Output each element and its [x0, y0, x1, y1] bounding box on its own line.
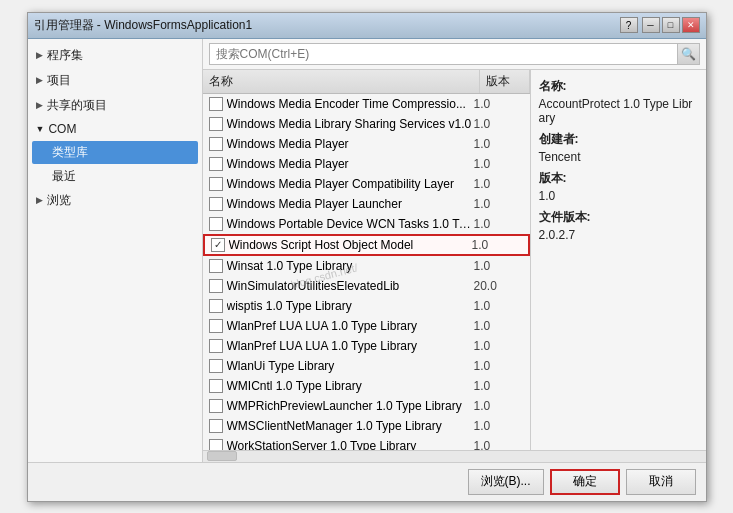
- row-checkbox[interactable]: [209, 259, 223, 273]
- row-name: WMPRichPreviewLauncher 1.0 Type Library: [227, 399, 474, 413]
- row-name: WMICntl 1.0 Type Library: [227, 379, 474, 393]
- list-area: 名称 版本 Windows Media Encoder Time Compres…: [203, 70, 706, 450]
- row-version: 20.0: [474, 279, 524, 293]
- main-panel: 🔍 名称 版本 Windows Media Encoder Time Compr…: [203, 39, 706, 462]
- row-checkbox[interactable]: [209, 299, 223, 313]
- header-version: 版本: [480, 70, 530, 93]
- row-name: WinSimulatorUtilitiesElevatedLib: [227, 279, 474, 293]
- table-row[interactable]: WlanPref LUA LUA 1.0 Type Library1.0: [203, 336, 530, 356]
- titlebar: 引用管理器 - WindowsFormsApplication1 ? ─ □ ✕: [28, 13, 706, 39]
- sidebar-item-browse[interactable]: ▶ 浏览: [28, 188, 202, 213]
- row-version: 1.0: [474, 157, 524, 171]
- table-row[interactable]: WlanPref LUA LUA 1.0 Type Library1.0: [203, 316, 530, 336]
- sidebar-label-shared: 共享的项目: [47, 97, 107, 114]
- minimize-button[interactable]: ─: [642, 17, 660, 33]
- sidebar-item-assemblies[interactable]: ▶ 程序集: [28, 43, 202, 68]
- row-checkbox[interactable]: [209, 177, 223, 191]
- table-row[interactable]: WorkStationServer 1.0 Type Library1.0: [203, 436, 530, 450]
- row-checkbox[interactable]: ✓: [211, 238, 225, 252]
- sidebar-label-browse: 浏览: [47, 192, 71, 209]
- row-name: WlanPref LUA LUA 1.0 Type Library: [227, 339, 474, 353]
- row-name: Windows Media Encoder Time Compressio...: [227, 97, 474, 111]
- row-version: 1.0: [474, 339, 524, 353]
- sidebar-label-com: COM: [48, 122, 76, 136]
- table-row[interactable]: wisptis 1.0 Type Library1.0: [203, 296, 530, 316]
- projects-arrow: ▶: [36, 75, 43, 85]
- row-checkbox[interactable]: [209, 217, 223, 231]
- row-checkbox[interactable]: [209, 359, 223, 373]
- search-input[interactable]: [209, 43, 678, 65]
- sidebar-item-shared[interactable]: ▶ 共享的项目: [28, 93, 202, 118]
- row-checkbox[interactable]: [209, 117, 223, 131]
- sidebar-item-typelib[interactable]: 类型库: [32, 141, 198, 164]
- info-panel: 名称: AccountProtect 1.0 Type Library 创建者:…: [531, 70, 706, 450]
- row-checkbox[interactable]: [209, 279, 223, 293]
- table-row[interactable]: WMSClientNetManager 1.0 Type Library1.0: [203, 416, 530, 436]
- row-name: Windows Media Player: [227, 137, 474, 151]
- cancel-button[interactable]: 取消: [626, 469, 696, 495]
- row-checkbox[interactable]: [209, 379, 223, 393]
- row-name: WorkStationServer 1.0 Type Library: [227, 439, 474, 450]
- info-version-label: 版本:: [539, 170, 698, 187]
- row-checkbox[interactable]: [209, 419, 223, 433]
- list-header: 名称 版本: [203, 70, 530, 94]
- row-name: Windows Media Player Compatibility Layer: [227, 177, 474, 191]
- row-checkbox[interactable]: [209, 137, 223, 151]
- table-row[interactable]: Windows Portable Device WCN Tasks 1.0 Ty…: [203, 214, 530, 234]
- list-rows: Windows Media Encoder Time Compressio...…: [203, 94, 530, 450]
- row-name: Windows Media Library Sharing Services v…: [227, 117, 474, 131]
- table-row[interactable]: Windows Media Player1.0: [203, 154, 530, 174]
- table-row[interactable]: Windows Media Player Launcher1.0: [203, 194, 530, 214]
- row-version: 1.0: [474, 379, 524, 393]
- horizontal-scrollbar[interactable]: [203, 450, 706, 462]
- search-bar: 🔍: [203, 39, 706, 70]
- table-row[interactable]: Winsat 1.0 Type Library1.0: [203, 256, 530, 276]
- scrollbar-thumb: [207, 451, 237, 461]
- file-list: 名称 版本 Windows Media Encoder Time Compres…: [203, 70, 531, 450]
- row-checkbox[interactable]: [209, 439, 223, 450]
- table-row[interactable]: WlanUi Type Library1.0: [203, 356, 530, 376]
- info-creator-value: Tencent: [539, 150, 698, 164]
- row-version: 1.0: [474, 217, 524, 231]
- browse-button[interactable]: 浏览(B)...: [468, 469, 544, 495]
- row-version: 1.0: [474, 319, 524, 333]
- sidebar-item-recent[interactable]: 最近: [28, 165, 202, 188]
- sidebar-item-com[interactable]: ▼ COM: [28, 118, 202, 140]
- row-version: 1.0: [474, 137, 524, 151]
- row-checkbox[interactable]: [209, 399, 223, 413]
- main-window: 引用管理器 - WindowsFormsApplication1 ? ─ □ ✕…: [27, 12, 707, 502]
- row-version: 1.0: [474, 177, 524, 191]
- sidebar: ▶ 程序集 ▶ 项目 ▶ 共享的项目 ▼ COM 类型库 最近 ▶: [28, 39, 203, 462]
- row-checkbox[interactable]: [209, 97, 223, 111]
- table-row[interactable]: Windows Media Player Compatibility Layer…: [203, 174, 530, 194]
- row-name: Winsat 1.0 Type Library: [227, 259, 474, 273]
- row-checkbox[interactable]: [209, 157, 223, 171]
- row-checkbox[interactable]: [209, 197, 223, 211]
- table-row[interactable]: WMICntl 1.0 Type Library1.0: [203, 376, 530, 396]
- table-row[interactable]: Windows Media Player1.0: [203, 134, 530, 154]
- info-name-label: 名称:: [539, 78, 698, 95]
- row-name: WlanUi Type Library: [227, 359, 474, 373]
- table-row[interactable]: WMPRichPreviewLauncher 1.0 Type Library1…: [203, 396, 530, 416]
- maximize-button[interactable]: □: [662, 17, 680, 33]
- row-version: 1.0: [474, 97, 524, 111]
- info-file-version-label: 文件版本:: [539, 209, 698, 226]
- search-button[interactable]: 🔍: [678, 43, 700, 65]
- row-version: 1.0: [474, 259, 524, 273]
- row-checkbox[interactable]: [209, 319, 223, 333]
- com-arrow: ▼: [36, 124, 45, 134]
- sidebar-item-projects[interactable]: ▶ 项目: [28, 68, 202, 93]
- table-row[interactable]: WinSimulatorUtilitiesElevatedLib20.0: [203, 276, 530, 296]
- row-version: 1.0: [474, 399, 524, 413]
- ok-button[interactable]: 确定: [550, 469, 620, 495]
- row-name: WMSClientNetManager 1.0 Type Library: [227, 419, 474, 433]
- help-button[interactable]: ?: [620, 17, 638, 33]
- table-row[interactable]: Windows Media Library Sharing Services v…: [203, 114, 530, 134]
- info-file-version-value: 2.0.2.7: [539, 228, 698, 242]
- row-checkbox[interactable]: [209, 339, 223, 353]
- close-button[interactable]: ✕: [682, 17, 700, 33]
- row-name: Windows Script Host Object Model: [229, 238, 472, 252]
- assemblies-arrow: ▶: [36, 50, 43, 60]
- table-row[interactable]: ✓Windows Script Host Object Model1.0: [203, 234, 530, 256]
- table-row[interactable]: Windows Media Encoder Time Compressio...…: [203, 94, 530, 114]
